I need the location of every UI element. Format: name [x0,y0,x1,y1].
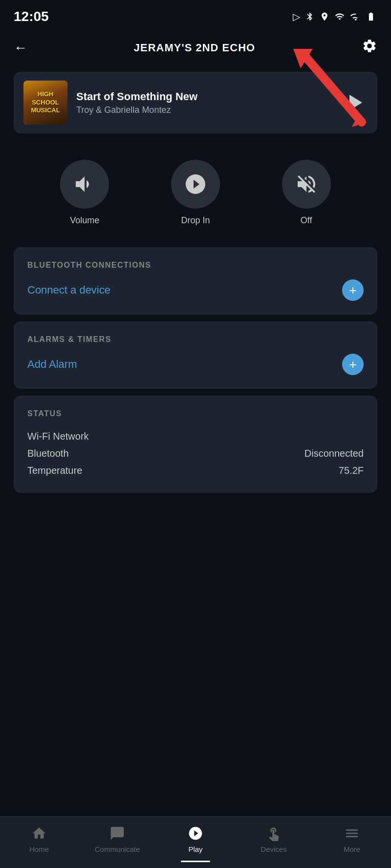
bluetooth-title: BLUETOOTH CONNECTIONS [27,261,364,270]
album-art: HIGH SCHOOL MUSICAL [23,81,67,125]
alarms-add-link[interactable]: Add Alarm + [27,354,364,375]
bluetooth-icon [305,12,315,21]
page-title: JERAMY'S 2ND ECHO [134,42,255,54]
status-bar: 12:05 ▷ [0,0,391,30]
wifi-icon [334,12,345,21]
play-nav-icon [188,826,203,841]
status-card: STATUS Wi-Fi Network Bluetooth Disconnec… [14,396,377,493]
nav-label-more: More [344,845,360,853]
volume-icon [73,172,96,196]
header: ← JERAMY'S 2ND ECHO [0,30,391,65]
dropin-icon [184,172,207,196]
home-icon [31,826,47,841]
mute-control[interactable]: Off [282,160,331,226]
nav-indicator-play [181,861,210,862]
devices-icon [266,826,282,841]
status-bluetooth-value: Disconnected [304,448,364,459]
music-info: Start of Something New Troy & Gabriella … [76,90,333,115]
battery-icon [365,12,377,21]
communicate-icon [109,826,125,841]
play-button[interactable] [342,90,368,115]
status-wifi-row: Wi-Fi Network [27,428,364,445]
settings-button[interactable] [362,38,377,57]
alarms-card: ALARMS & TIMERS Add Alarm + [14,321,377,389]
music-artist: Troy & Gabriella Montez [76,105,333,115]
nav-label-home: Home [29,845,49,853]
dropin-circle [171,160,220,209]
bluetooth-connect-link[interactable]: Connect a device + [27,279,364,301]
location-icon [320,12,329,21]
more-icon [344,826,360,841]
nav-item-more[interactable]: More [313,826,391,853]
alarms-title: ALARMS & TIMERS [27,335,364,344]
nav-label-play: Play [188,845,202,853]
back-button[interactable]: ← [14,40,27,56]
play-status-icon: ▷ [293,11,300,22]
status-bluetooth-key: Bluetooth [27,448,69,459]
alarms-add-button[interactable]: + [342,354,364,375]
volume-label: Volume [70,215,99,226]
dropin-label: Drop In [181,215,210,226]
play-triangle-icon [349,95,362,110]
bluetooth-link-text: Connect a device [27,284,110,296]
album-art-text: HIGH SCHOOL MUSICAL [31,90,60,115]
nav-item-communicate[interactable]: Communicate [78,826,156,853]
status-temp-value: 75.2F [339,465,364,476]
mute-circle [282,160,331,209]
music-title: Start of Something New [76,90,333,103]
controls-row: Volume Drop In Off [0,140,391,240]
mute-label: Off [301,215,312,226]
mute-icon [295,172,318,196]
nav-label-devices: Devices [261,845,286,853]
status-temp-key: Temperature [27,465,82,476]
alarms-link-text: Add Alarm [27,358,77,371]
music-card: HIGH SCHOOL MUSICAL Start of Something N… [14,72,377,133]
volume-control[interactable]: Volume [60,160,109,226]
bluetooth-add-button[interactable]: + [342,279,364,301]
signal-icon [350,12,360,21]
bottom-nav: Home Communicate Play Devices More [0,816,391,868]
status-temp-row: Temperature 75.2F [27,462,364,479]
nav-item-home[interactable]: Home [0,826,78,853]
dropin-control[interactable]: Drop In [171,160,220,226]
alarms-add-icon: + [349,357,356,372]
status-time: 12:05 [14,9,49,24]
nav-label-communicate: Communicate [95,845,140,853]
volume-circle [60,160,109,209]
status-title: STATUS [27,409,364,418]
status-wifi-key: Wi-Fi Network [27,431,89,442]
nav-item-play[interactable]: Play [156,826,235,853]
gear-icon [362,38,377,54]
status-bluetooth-row: Bluetooth Disconnected [27,445,364,462]
bluetooth-card: BLUETOOTH CONNECTIONS Connect a device + [14,247,377,315]
bluetooth-add-icon: + [349,283,356,298]
status-icons: ▷ [293,11,377,22]
nav-item-devices[interactable]: Devices [235,826,313,853]
